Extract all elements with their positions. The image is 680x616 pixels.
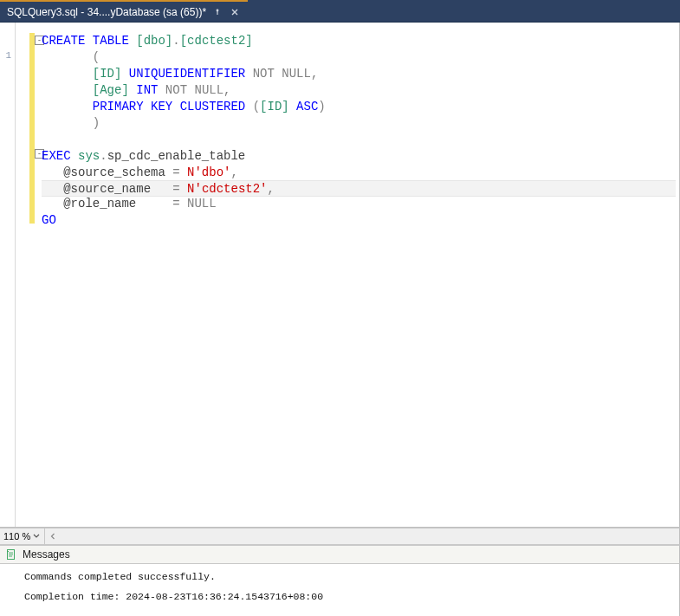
line-number-gutter: 1 — [0, 23, 16, 527]
change-indicator — [29, 33, 35, 224]
editor-area: 1 CREATE TABLE [dbo].[cdctest2] ( [ID] U… — [0, 23, 680, 528]
messages-tab[interactable]: Messages — [0, 545, 680, 564]
code-content[interactable]: CREATE TABLE [dbo].[cdctest2] ( [ID] UNI… — [38, 23, 679, 527]
message-line: Completion time: 2024-08-23T16:36:24.154… — [24, 591, 669, 602]
zoom-dropdown[interactable]: 110 % — [0, 528, 45, 544]
zoom-status-bar: 110 % — [0, 528, 680, 545]
messages-icon — [5, 548, 17, 561]
zoom-value: 110 % — [3, 531, 30, 541]
svg-rect-3 — [7, 551, 9, 552]
code-editor[interactable]: CREATE TABLE [dbo].[cdctest2] ( [ID] UNI… — [16, 23, 679, 527]
code-line[interactable]: @role_name = NULL — [42, 196, 676, 212]
code-line[interactable]: GO — [42, 212, 676, 229]
tab-bar: SQLQuery3.sql - 34....yDatabase (sa (65)… — [0, 0, 680, 23]
code-line[interactable]: CREATE TABLE [dbo].[cdctest2] — [42, 33, 676, 49]
code-line[interactable]: ) — [42, 115, 676, 132]
code-line[interactable]: [Age] INT NOT NULL, — [42, 82, 676, 99]
pin-icon[interactable] — [211, 6, 223, 18]
code-line[interactable]: PRIMARY KEY CLUSTERED ([ID] ASC) — [42, 99, 676, 115]
close-icon[interactable] — [229, 6, 241, 18]
editor-margin — [16, 23, 38, 527]
messages-output[interactable]: Commands completed successfully.Completi… — [0, 564, 680, 616]
svg-rect-1 — [217, 10, 218, 15]
code-line[interactable]: @source_schema = N'dbo', — [42, 165, 676, 181]
file-tab[interactable]: SQLQuery3.sql - 34....yDatabase (sa (65)… — [0, 0, 248, 22]
code-line[interactable]: [ID] UNIQUEIDENTIFIER NOT NULL, — [42, 66, 676, 82]
code-line[interactable]: EXEC sys.sp_cdc_enable_table — [42, 148, 676, 165]
code-line[interactable]: @source_name = N'cdctest2', — [42, 180, 676, 197]
scroll-left-icon[interactable] — [47, 530, 59, 542]
code-line[interactable] — [42, 132, 676, 148]
messages-tab-label: Messages — [23, 548, 70, 561]
message-line: Commands completed successfully. — [24, 571, 669, 582]
code-line[interactable]: ( — [42, 49, 676, 66]
chevron-down-icon — [32, 532, 41, 541]
line-number: 1 — [0, 49, 15, 62]
file-tab-title: SQLQuery3.sql - 34....yDatabase (sa (65)… — [7, 6, 206, 18]
